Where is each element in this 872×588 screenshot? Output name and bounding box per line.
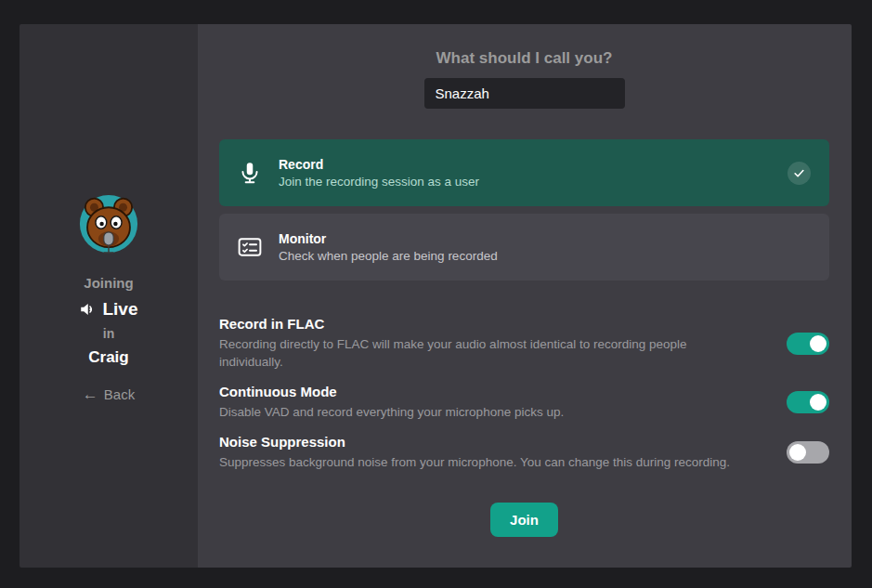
- setting-title: Continuous Mode: [219, 384, 764, 399]
- server-name: Craig: [88, 348, 128, 367]
- sidebar: Joining Live in Craig ← Back: [20, 24, 198, 568]
- name-prompt: What should I call you?: [219, 49, 829, 68]
- join-button[interactable]: Join: [490, 503, 558, 537]
- selected-check-badge: [787, 162, 811, 185]
- mode-title: Monitor: [279, 231, 811, 246]
- noise-suppression-toggle[interactable]: [787, 441, 829, 464]
- mode-card-record[interactable]: Record Join the recording session as a u…: [219, 139, 829, 206]
- back-label: Back: [104, 386, 135, 402]
- checklist-icon: [238, 235, 262, 259]
- setting-description: Recording directly to FLAC will make you…: [219, 335, 739, 371]
- microphone-icon: [238, 161, 262, 185]
- setting-row-flac: Record in FLAC Recording directly to FLA…: [219, 316, 829, 371]
- setting-description: Suppresses background noise from your mi…: [219, 453, 739, 471]
- mode-selector: Record Join the recording session as a u…: [219, 139, 829, 281]
- check-icon: [793, 167, 805, 179]
- speaker-icon: [79, 301, 96, 318]
- channel-name: Live: [102, 299, 137, 320]
- setting-title: Noise Suppression: [219, 434, 764, 450]
- back-button[interactable]: ← Back: [83, 386, 135, 402]
- craig-bear-avatar: [74, 189, 143, 258]
- main-panel: What should I call you? Record Join the …: [198, 24, 852, 568]
- setting-row-continuous: Continuous Mode Disable VAD and record e…: [219, 384, 829, 421]
- setting-title: Record in FLAC: [219, 316, 764, 332]
- mode-description: Check when people are being recorded: [279, 249, 811, 263]
- join-panel: Joining Live in Craig ← Back What should…: [20, 24, 852, 568]
- mode-description: Join the recording session as a user: [279, 175, 787, 189]
- setting-row-noise: Noise Suppression Suppresses background …: [219, 434, 829, 471]
- display-name-input[interactable]: [424, 78, 625, 109]
- mode-card-monitor[interactable]: Monitor Check when people are being reco…: [219, 214, 829, 281]
- toggle-knob: [810, 335, 826, 352]
- back-arrow-icon: ←: [83, 386, 98, 402]
- joining-label: Joining: [84, 275, 133, 291]
- toggle-knob: [789, 444, 806, 461]
- toggle-knob: [810, 394, 826, 411]
- setting-description: Disable VAD and record everything your m…: [219, 403, 739, 421]
- channel-row: Live: [79, 299, 137, 320]
- continuous-mode-toggle[interactable]: [787, 391, 829, 413]
- in-label: in: [103, 326, 114, 341]
- mode-title: Record: [279, 157, 787, 172]
- settings-list: Record in FLAC Recording directly to FLA…: [219, 316, 829, 471]
- flac-toggle[interactable]: [787, 333, 829, 355]
